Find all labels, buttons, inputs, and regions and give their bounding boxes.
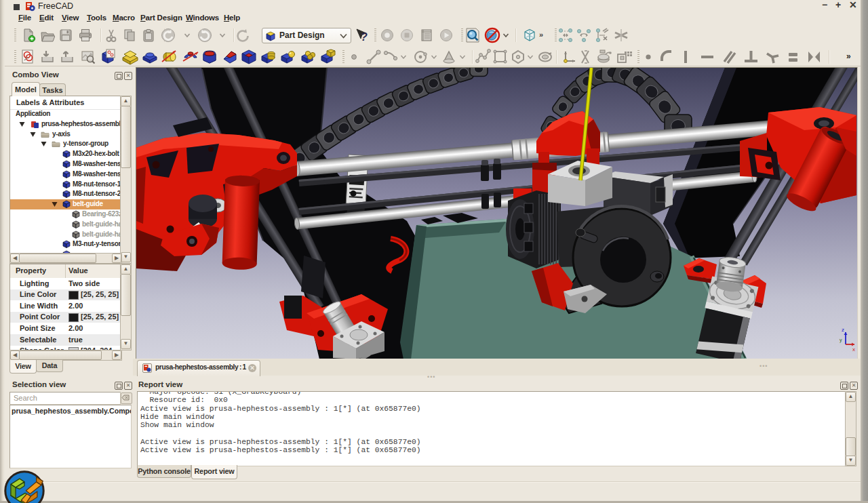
svg-text:y: y (840, 338, 842, 343)
svg-text:?: ? (361, 31, 368, 43)
svg-text:z: z (842, 327, 844, 333)
svg-text:x: x (852, 346, 855, 353)
